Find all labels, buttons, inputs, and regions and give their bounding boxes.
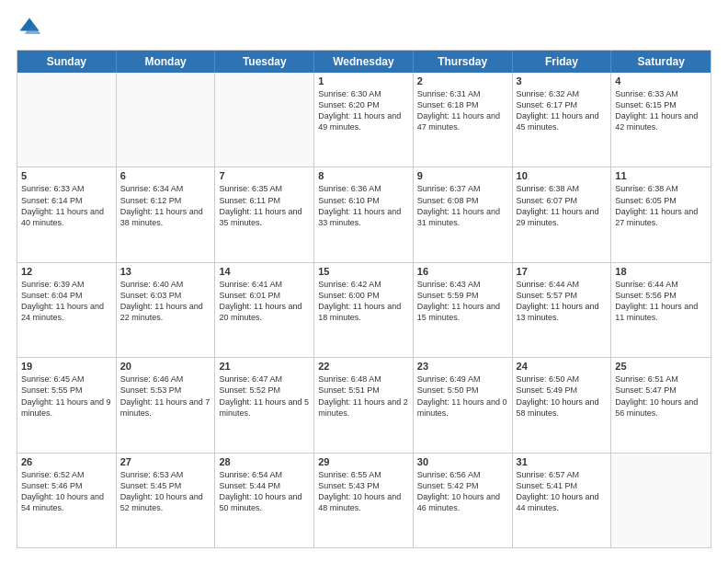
day-number: 20 bbox=[120, 361, 211, 372]
day-info: Sunrise: 6:46 AM Sunset: 5:53 PM Dayligh… bbox=[120, 373, 211, 419]
day-cell-18: 18Sunrise: 6:44 AM Sunset: 5:56 PM Dayli… bbox=[611, 263, 711, 357]
day-info: Sunrise: 6:48 AM Sunset: 5:51 PM Dayligh… bbox=[318, 373, 409, 419]
day-cell-3: 3Sunrise: 6:32 AM Sunset: 6:17 PM Daylig… bbox=[513, 73, 612, 167]
day-info: Sunrise: 6:33 AM Sunset: 6:14 PM Dayligh… bbox=[21, 183, 112, 228]
day-header-friday: Friday bbox=[513, 51, 612, 73]
day-number: 29 bbox=[318, 456, 409, 467]
day-info: Sunrise: 6:45 AM Sunset: 5:55 PM Dayligh… bbox=[21, 373, 112, 419]
day-number: 3 bbox=[517, 75, 608, 86]
day-number: 21 bbox=[219, 361, 310, 372]
day-number: 6 bbox=[120, 170, 211, 181]
day-number: 18 bbox=[615, 266, 707, 277]
page: SundayMondayTuesdayWednesdayThursdayFrid… bbox=[0, 0, 728, 563]
day-info: Sunrise: 6:36 AM Sunset: 6:10 PM Dayligh… bbox=[318, 183, 409, 228]
day-info: Sunrise: 6:34 AM Sunset: 6:12 PM Dayligh… bbox=[120, 183, 211, 228]
day-info: Sunrise: 6:53 AM Sunset: 5:45 PM Dayligh… bbox=[120, 469, 211, 514]
logo-icon bbox=[17, 15, 42, 40]
day-cell-11: 11Sunrise: 6:38 AM Sunset: 6:05 PM Dayli… bbox=[611, 167, 711, 261]
day-number: 31 bbox=[517, 456, 608, 467]
calendar-week-2: 5Sunrise: 6:33 AM Sunset: 6:14 PM Daylig… bbox=[17, 167, 711, 261]
day-info: Sunrise: 6:47 AM Sunset: 5:52 PM Dayligh… bbox=[219, 373, 310, 419]
day-info: Sunrise: 6:54 AM Sunset: 5:44 PM Dayligh… bbox=[219, 469, 310, 514]
day-cell-20: 20Sunrise: 6:46 AM Sunset: 5:53 PM Dayli… bbox=[117, 358, 216, 452]
day-info: Sunrise: 6:44 AM Sunset: 5:56 PM Dayligh… bbox=[615, 279, 707, 324]
day-number: 9 bbox=[417, 170, 508, 181]
day-number: 15 bbox=[318, 266, 409, 277]
calendar-body: 1Sunrise: 6:30 AM Sunset: 6:20 PM Daylig… bbox=[17, 73, 711, 547]
day-header-wednesday: Wednesday bbox=[314, 51, 414, 73]
day-cell-30: 30Sunrise: 6:56 AM Sunset: 5:42 PM Dayli… bbox=[414, 454, 513, 547]
day-cell-14: 14Sunrise: 6:41 AM Sunset: 6:01 PM Dayli… bbox=[215, 263, 314, 357]
day-info: Sunrise: 6:51 AM Sunset: 5:47 PM Dayligh… bbox=[615, 373, 707, 419]
day-info: Sunrise: 6:57 AM Sunset: 5:41 PM Dayligh… bbox=[517, 469, 608, 514]
day-info: Sunrise: 6:44 AM Sunset: 5:57 PM Dayligh… bbox=[517, 279, 608, 324]
day-cell-9: 9Sunrise: 6:37 AM Sunset: 6:08 PM Daylig… bbox=[414, 167, 513, 261]
day-cell-19: 19Sunrise: 6:45 AM Sunset: 5:55 PM Dayli… bbox=[17, 358, 117, 452]
header bbox=[17, 15, 711, 40]
day-cell-31: 31Sunrise: 6:57 AM Sunset: 5:41 PM Dayli… bbox=[513, 454, 612, 547]
day-info: Sunrise: 6:39 AM Sunset: 6:04 PM Dayligh… bbox=[21, 279, 112, 324]
day-info: Sunrise: 6:43 AM Sunset: 5:59 PM Dayligh… bbox=[417, 279, 508, 324]
day-number: 19 bbox=[21, 361, 112, 372]
day-cell-empty bbox=[117, 73, 216, 167]
day-number: 26 bbox=[21, 456, 112, 467]
day-cell-16: 16Sunrise: 6:43 AM Sunset: 5:59 PM Dayli… bbox=[414, 263, 513, 357]
day-cell-12: 12Sunrise: 6:39 AM Sunset: 6:04 PM Dayli… bbox=[17, 263, 117, 357]
day-number: 4 bbox=[615, 75, 707, 86]
day-number: 11 bbox=[615, 170, 707, 181]
day-header-thursday: Thursday bbox=[414, 51, 513, 73]
calendar-week-5: 26Sunrise: 6:52 AM Sunset: 5:46 PM Dayli… bbox=[17, 453, 711, 547]
day-number: 14 bbox=[219, 266, 310, 277]
day-info: Sunrise: 6:49 AM Sunset: 5:50 PM Dayligh… bbox=[417, 373, 508, 419]
day-cell-28: 28Sunrise: 6:54 AM Sunset: 5:44 PM Dayli… bbox=[215, 454, 314, 547]
day-info: Sunrise: 6:37 AM Sunset: 6:08 PM Dayligh… bbox=[417, 183, 508, 228]
day-cell-15: 15Sunrise: 6:42 AM Sunset: 6:00 PM Dayli… bbox=[314, 263, 414, 357]
day-info: Sunrise: 6:41 AM Sunset: 6:01 PM Dayligh… bbox=[219, 279, 310, 324]
day-number: 13 bbox=[120, 266, 211, 277]
day-number: 22 bbox=[318, 361, 409, 372]
day-cell-13: 13Sunrise: 6:40 AM Sunset: 6:03 PM Dayli… bbox=[117, 263, 216, 357]
day-info: Sunrise: 6:55 AM Sunset: 5:43 PM Dayligh… bbox=[318, 469, 409, 514]
day-info: Sunrise: 6:33 AM Sunset: 6:15 PM Dayligh… bbox=[615, 88, 707, 133]
day-cell-24: 24Sunrise: 6:50 AM Sunset: 5:49 PM Dayli… bbox=[513, 358, 612, 452]
day-number: 30 bbox=[417, 456, 508, 467]
day-info: Sunrise: 6:31 AM Sunset: 6:18 PM Dayligh… bbox=[417, 88, 508, 133]
day-cell-29: 29Sunrise: 6:55 AM Sunset: 5:43 PM Dayli… bbox=[314, 454, 414, 547]
day-cell-2: 2Sunrise: 6:31 AM Sunset: 6:18 PM Daylig… bbox=[414, 73, 513, 167]
day-cell-5: 5Sunrise: 6:33 AM Sunset: 6:14 PM Daylig… bbox=[17, 167, 117, 261]
day-header-sunday: Sunday bbox=[17, 51, 117, 73]
day-header-saturday: Saturday bbox=[611, 51, 711, 73]
day-info: Sunrise: 6:56 AM Sunset: 5:42 PM Dayligh… bbox=[417, 469, 508, 514]
day-cell-empty bbox=[17, 73, 117, 167]
day-cell-7: 7Sunrise: 6:35 AM Sunset: 6:11 PM Daylig… bbox=[215, 167, 314, 261]
day-cell-1: 1Sunrise: 6:30 AM Sunset: 6:20 PM Daylig… bbox=[314, 73, 414, 167]
calendar-header: SundayMondayTuesdayWednesdayThursdayFrid… bbox=[17, 51, 711, 73]
day-cell-23: 23Sunrise: 6:49 AM Sunset: 5:50 PM Dayli… bbox=[414, 358, 513, 452]
day-number: 27 bbox=[120, 456, 211, 467]
day-cell-4: 4Sunrise: 6:33 AM Sunset: 6:15 PM Daylig… bbox=[611, 73, 711, 167]
day-info: Sunrise: 6:38 AM Sunset: 6:05 PM Dayligh… bbox=[615, 183, 707, 228]
day-number: 10 bbox=[517, 170, 608, 181]
calendar-week-1: 1Sunrise: 6:30 AM Sunset: 6:20 PM Daylig… bbox=[17, 73, 711, 167]
day-info: Sunrise: 6:52 AM Sunset: 5:46 PM Dayligh… bbox=[21, 469, 112, 514]
day-cell-6: 6Sunrise: 6:34 AM Sunset: 6:12 PM Daylig… bbox=[117, 167, 216, 261]
day-number: 12 bbox=[21, 266, 112, 277]
day-number: 7 bbox=[219, 170, 310, 181]
day-header-monday: Monday bbox=[117, 51, 216, 73]
day-cell-empty bbox=[611, 454, 711, 547]
day-cell-17: 17Sunrise: 6:44 AM Sunset: 5:57 PM Dayli… bbox=[513, 263, 612, 357]
calendar-week-4: 19Sunrise: 6:45 AM Sunset: 5:55 PM Dayli… bbox=[17, 357, 711, 452]
day-number: 2 bbox=[417, 75, 508, 86]
day-info: Sunrise: 6:30 AM Sunset: 6:20 PM Dayligh… bbox=[318, 88, 409, 133]
day-number: 28 bbox=[219, 456, 310, 467]
day-info: Sunrise: 6:32 AM Sunset: 6:17 PM Dayligh… bbox=[517, 88, 608, 133]
day-info: Sunrise: 6:40 AM Sunset: 6:03 PM Dayligh… bbox=[120, 279, 211, 324]
day-number: 24 bbox=[517, 361, 608, 372]
day-info: Sunrise: 6:35 AM Sunset: 6:11 PM Dayligh… bbox=[219, 183, 310, 228]
day-info: Sunrise: 6:50 AM Sunset: 5:49 PM Dayligh… bbox=[517, 373, 608, 419]
logo bbox=[17, 15, 46, 40]
day-cell-8: 8Sunrise: 6:36 AM Sunset: 6:10 PM Daylig… bbox=[314, 167, 414, 261]
day-cell-25: 25Sunrise: 6:51 AM Sunset: 5:47 PM Dayli… bbox=[611, 358, 711, 452]
day-cell-21: 21Sunrise: 6:47 AM Sunset: 5:52 PM Dayli… bbox=[215, 358, 314, 452]
calendar: SundayMondayTuesdayWednesdayThursdayFrid… bbox=[17, 50, 711, 548]
